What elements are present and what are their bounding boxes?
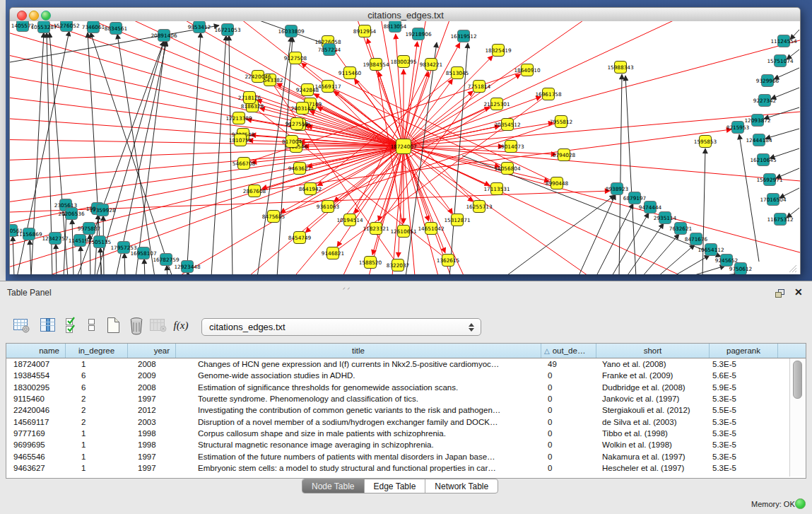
citation-edge-black[interactable] xyxy=(167,265,167,274)
table-row[interactable]: 946362711997Embryonic stem cells: a mode… xyxy=(6,462,806,474)
citation-edge-black[interactable] xyxy=(611,213,649,274)
column-header-short[interactable]: short xyxy=(596,344,710,358)
citation-edge-black[interactable] xyxy=(81,246,81,274)
table-cell[interactable]: Yano et al. (2008) xyxy=(596,360,710,368)
table-cell[interactable]: 5.3E-5 xyxy=(710,452,778,461)
table-cell[interactable]: 14569117 xyxy=(6,418,66,426)
table-row[interactable]: 969969511998Structural magnetic resonanc… xyxy=(6,439,806,450)
citation-edge-red[interactable] xyxy=(367,38,404,146)
table-cell[interactable]: 0 xyxy=(541,371,596,380)
table-cell[interactable]: 1997 xyxy=(128,452,176,461)
citation-edge-red[interactable] xyxy=(404,146,800,226)
table-cell[interactable]: 5.3E-5 xyxy=(710,440,778,449)
modify-table-icon[interactable] xyxy=(11,315,31,335)
table-cell[interactable]: Genome-wide association studies in ADHD. xyxy=(176,371,541,380)
table-cell[interactable]: 18724007 xyxy=(6,360,66,368)
table-row[interactable]: 1456911722003Disruption of a novel membe… xyxy=(6,416,806,427)
column-header-title[interactable]: title xyxy=(176,344,541,358)
panel-splitter-grip[interactable]: ⸝⸝ xyxy=(342,283,351,291)
table-cell[interactable]: 0 xyxy=(541,406,596,414)
table-cell[interactable]: 2008 xyxy=(128,383,176,392)
table-cell[interactable]: 6 xyxy=(66,383,128,392)
memory-status-icon[interactable] xyxy=(795,498,806,509)
table-cell[interactable]: Nakamura et al. (1997) xyxy=(596,452,710,461)
table-cell[interactable]: 5.9E-5 xyxy=(710,383,778,392)
table-cell[interactable]: 1997 xyxy=(128,464,176,472)
table-cell[interactable]: de Silva et al. (2003) xyxy=(596,418,710,426)
table-cell[interactable]: 9777169 xyxy=(6,429,66,438)
citation-edge-black[interactable] xyxy=(30,240,31,274)
table-cell[interactable]: 1998 xyxy=(128,440,176,449)
citation-edge-black[interactable] xyxy=(64,211,66,274)
tab-edge-table[interactable]: Edge Table xyxy=(365,479,426,493)
table-cell[interactable]: Franke et al. (2009) xyxy=(596,371,710,380)
citation-edge-black[interactable] xyxy=(626,223,664,274)
citation-edge-black[interactable] xyxy=(13,236,14,274)
citation-edge-black[interactable] xyxy=(703,274,739,274)
citation-edge-black[interactable] xyxy=(702,148,705,274)
table-cell[interactable]: 5.3E-5 xyxy=(710,360,778,368)
table-cell[interactable]: Hescheler et al. (1997) xyxy=(596,464,710,472)
table-cell[interactable]: 1 xyxy=(66,429,128,438)
table-scrollbar-thumb[interactable] xyxy=(793,361,802,399)
table-cell[interactable]: 1998 xyxy=(128,429,176,438)
citation-edge-black[interactable] xyxy=(406,42,437,274)
citation-edge-black[interactable] xyxy=(739,134,759,262)
table-row[interactable]: 1872400712008Changes of HCN gene express… xyxy=(6,358,806,370)
citation-edge-black[interactable] xyxy=(211,35,226,274)
tab-network-table[interactable]: Network Table xyxy=(425,479,498,493)
column-header-pagerank[interactable]: pagerank xyxy=(710,344,778,358)
citation-network-graph[interactable]: 1872400718300295193845549115460145691179… xyxy=(10,21,800,274)
citation-edge-black[interactable] xyxy=(72,219,73,274)
network-canvas[interactable]: 1872400718300295193845549115460145691179… xyxy=(9,21,801,274)
column-header-year[interactable]: year xyxy=(128,344,176,358)
table-cell[interactable]: Jankovic et al. (1997) xyxy=(596,395,710,403)
table-cell[interactable]: 5.3E-5 xyxy=(710,418,778,426)
column-header-name[interactable]: name xyxy=(6,344,66,358)
table-cell[interactable]: 5.5E-5 xyxy=(710,406,778,414)
citation-edge-red[interactable] xyxy=(404,71,428,146)
float-panel-icon[interactable] xyxy=(775,288,785,298)
canvas-resize-grip[interactable] xyxy=(788,264,798,273)
table-row[interactable]: 1830029562008Estimation of significance … xyxy=(6,382,806,393)
table-cell[interactable]: 0 xyxy=(541,440,596,449)
table-cell[interactable]: 6 xyxy=(66,371,128,380)
table-cell[interactable]: Corpus callosum shape and size in male p… xyxy=(176,429,541,438)
table-cell[interactable]: Wolkin et al. (1998) xyxy=(596,440,710,449)
table-scrollbar[interactable] xyxy=(789,358,806,477)
table-cell[interactable]: Structural magnetic resonance image aver… xyxy=(176,440,541,449)
tab-node-table[interactable]: Node Table xyxy=(302,479,365,493)
function-builder-icon[interactable]: f(x) xyxy=(171,315,191,335)
column-header-in_degree[interactable]: in_degree xyxy=(66,344,128,358)
table-cell[interactable]: Embryonic stem cells: a model to study s… xyxy=(176,464,541,472)
table-source-dropdown[interactable]: citations_edges.txt xyxy=(201,318,481,336)
table-cell[interactable]: 0 xyxy=(541,383,596,392)
table-cell[interactable]: 2008 xyxy=(128,360,176,368)
table-cell[interactable]: 1 xyxy=(66,440,128,449)
table-cell[interactable]: 9115460 xyxy=(6,395,66,403)
table-cell[interactable]: 9699695 xyxy=(6,440,66,449)
table-cell[interactable]: 5.6E-5 xyxy=(710,371,778,380)
table-cell[interactable]: 5.3E-5 xyxy=(710,395,778,403)
table-cell[interactable]: Tibbo et al. (1998) xyxy=(596,429,710,438)
table-cell[interactable]: 5.3E-5 xyxy=(710,464,778,472)
table-cell[interactable]: 2 xyxy=(66,395,128,403)
citation-edge-black[interactable] xyxy=(688,266,725,274)
table-cell[interactable]: 1 xyxy=(66,452,128,461)
table-row[interactable]: 911546021997Tourette syndrome. Phenomeno… xyxy=(6,393,806,404)
table-cell[interactable]: 1 xyxy=(66,360,128,368)
citation-edge-black[interactable] xyxy=(578,194,616,274)
citation-edge-black[interactable] xyxy=(56,244,57,274)
citation-edge-black[interactable] xyxy=(642,234,679,274)
select-rows-icon[interactable] xyxy=(62,315,82,335)
table-cell[interactable]: Dudbridge et al. (2008) xyxy=(596,383,710,392)
delete-table-icon[interactable] xyxy=(126,315,146,335)
table-cell[interactable]: 19384554 xyxy=(6,371,66,380)
table-cell[interactable]: 1997 xyxy=(128,395,176,403)
table-cell[interactable]: Changes of HCN gene expression and I(f) … xyxy=(176,360,541,368)
table-cell[interactable]: 0 xyxy=(541,429,596,438)
table-cell[interactable]: Estimation of the future numbers of pati… xyxy=(176,452,541,461)
table-cell[interactable]: 9465546 xyxy=(6,452,66,461)
citation-edge-black[interactable] xyxy=(505,195,615,274)
table-cell[interactable]: Tourette syndrome. Phenomenology and cla… xyxy=(176,395,541,403)
